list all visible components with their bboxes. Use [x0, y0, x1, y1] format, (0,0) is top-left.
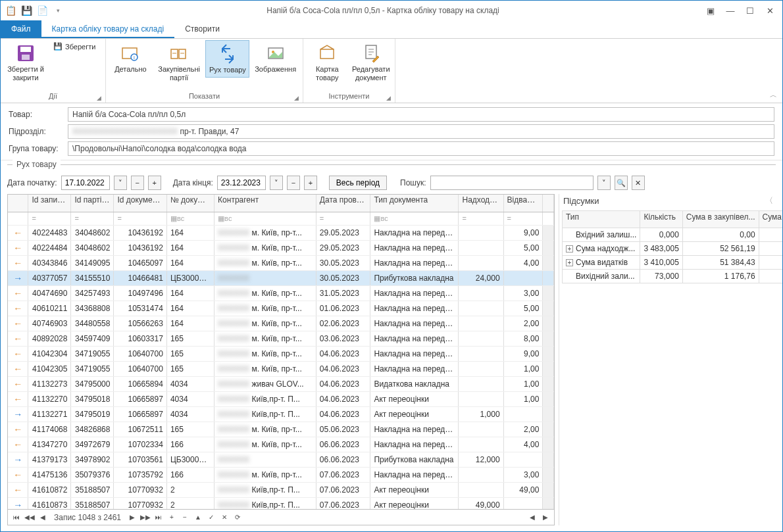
table-row[interactable]: ←408920283459740910603317165XXXXXX м. Ки…	[8, 331, 554, 346]
images-button[interactable]: Зображення	[251, 40, 300, 76]
table-row[interactable]: ←403438463414909510465097164XXXXXX м. Ки…	[8, 255, 554, 270]
tools-dialog-launcher-icon[interactable]: ◢	[386, 95, 391, 101]
window-minimize-icon[interactable]: —	[722, 3, 739, 18]
summary-row[interactable]: Вихідний зали...73,0001 176,763 285,00	[563, 270, 784, 283]
summary-collapse-icon[interactable]: 〈	[765, 195, 773, 206]
search-input[interactable]	[430, 176, 594, 190]
date-from-plus[interactable]: +	[148, 176, 161, 190]
table-row[interactable]: →403770573415551010466481ЦБ300087...XXXX…	[8, 270, 554, 285]
window-close-icon[interactable]: ✕	[761, 3, 778, 18]
nav-next-icon[interactable]: ▶	[126, 512, 138, 523]
table-row[interactable]: ←402244843404860210436192164XXXXXX м. Ки…	[8, 240, 554, 255]
nav-first-icon[interactable]: ⏮	[11, 512, 22, 523]
search-clear-icon[interactable]: ✕	[632, 176, 645, 190]
tab-file[interactable]: Файл	[1, 20, 41, 38]
summary-row[interactable]: +Сума надходж...3 483,00552 561,19134 36…	[563, 242, 784, 256]
col-date[interactable]: Дата проведення	[316, 195, 370, 212]
expander-icon[interactable]: +	[566, 245, 573, 253]
nav-edit-icon[interactable]: ▲	[192, 512, 204, 523]
ribbon-collapse-icon[interactable]: ︿	[770, 90, 777, 100]
images-label: Зображення	[255, 65, 296, 74]
date-from-input[interactable]	[61, 176, 110, 190]
expander-icon[interactable]: +	[566, 259, 573, 266]
grid-header-row: Id запису журналу... Id партії товару Id…	[8, 195, 554, 212]
nav-cancel-icon[interactable]: ✕	[218, 512, 230, 523]
batches-button[interactable]: Закупівельні партії	[154, 40, 205, 85]
qat-paste-icon[interactable]: 📋	[5, 5, 16, 16]
summary-row[interactable]: +Сума видатків3 410,00551 384,43131 077,…	[563, 256, 784, 270]
full-period-button[interactable]: Весь період	[329, 176, 387, 190]
table-row[interactable]: ←406102113436880810531474164XXXXXX м. Ки…	[8, 301, 554, 316]
search-dropdown[interactable]: ˅	[597, 176, 611, 190]
save-button[interactable]: 💾 Зберегти	[49, 40, 99, 53]
actions-dialog-launcher-icon[interactable]: ◢	[97, 95, 101, 101]
table-row[interactable]: →413791733497890210703561ЦБ300094...XXXX…	[8, 452, 554, 467]
table-row[interactable]: ←410423053471905510640700165XXXXXX м. Ки…	[8, 361, 554, 376]
qat-dropdown-icon[interactable]: ▾	[52, 5, 64, 16]
product-field[interactable]: Напій б/а Coca-Cola пл/пл 0,5л	[68, 107, 774, 122]
col-id-batch[interactable]: Id партії товару	[71, 195, 114, 212]
qat-refresh-icon[interactable]: 📄	[36, 5, 48, 16]
table-row[interactable]: ←413472703497267910702334166XXXXXX м. Ки…	[8, 437, 554, 452]
nav-add-icon[interactable]: +	[166, 512, 178, 523]
qat-save-icon[interactable]: 💾	[20, 5, 32, 16]
direction-icon: ←	[8, 422, 28, 437]
summary-col-retail[interactable]: Сума в роздрібних...	[759, 211, 783, 228]
group-field[interactable]: \Продовольчі\Напої\солодка вода\солодка …	[68, 141, 774, 156]
summary-col-qty[interactable]: Кількість	[640, 211, 682, 228]
date-to-minus[interactable]: −	[287, 176, 300, 190]
nav-refresh-icon[interactable]: ⟳	[232, 512, 243, 523]
movement-button[interactable]: Рух товару	[205, 40, 249, 78]
tab-card[interactable]: Картка обліку товару на складі	[41, 20, 175, 38]
table-row[interactable]: ←404746903425749310497496164XXXXXX м. Ки…	[8, 285, 554, 301]
window-pin-icon[interactable]: ▣	[702, 3, 719, 18]
table-row[interactable]: ←414751363507937610735792166XXXXXX м. Ки…	[8, 467, 554, 482]
nav-next-page-icon[interactable]: ▶▶	[139, 512, 151, 523]
table-row[interactable]: ←4113227334795000106658944034XXXXXX жива…	[8, 376, 554, 391]
summary-col-buy[interactable]: Сума в закупівел...	[682, 211, 759, 228]
edit-document-button[interactable]: Редагувати документ	[350, 40, 393, 85]
nav-last-icon[interactable]: ⏭	[153, 512, 164, 523]
table-row[interactable]: ←411740683482686810672511165XXXXXX м. Ки…	[8, 422, 554, 437]
date-to-input[interactable]	[217, 176, 266, 190]
detail-button[interactable]: i Детально	[109, 40, 153, 76]
hscroll-left-icon[interactable]: ◀	[526, 512, 538, 523]
summary-col-type[interactable]: Тип	[563, 211, 640, 228]
table-row[interactable]: ←407469033448055810566263164XXXXXX м. Ки…	[8, 316, 554, 331]
summary-table[interactable]: Тип Кількість Сума в закупівел... Сума в…	[562, 210, 783, 283]
movement-grid[interactable]: Id запису журналу... Id партії товару Id…	[8, 195, 554, 509]
table-row[interactable]: ←4161087235188507107709322XXXXXX Київ,пр…	[8, 482, 554, 497]
col-id-doc[interactable]: Id документа ▴	[114, 195, 166, 212]
date-from-dropdown[interactable]: ˅	[114, 176, 127, 190]
window-maximize-icon[interactable]: ☐	[742, 3, 759, 18]
hscroll-right-icon[interactable]: ▶	[540, 512, 551, 523]
nav-remove-icon[interactable]: −	[179, 512, 191, 523]
nav-prev-icon[interactable]: ◀	[37, 512, 49, 523]
date-to-plus[interactable]: +	[304, 176, 317, 190]
col-counterparty[interactable]: Контрагент	[215, 195, 316, 212]
col-n-doc[interactable]: № документа	[166, 195, 214, 212]
table-row[interactable]: ←410423043471905510640700165XXXXXX м. Ки…	[8, 346, 554, 361]
date-to-dropdown[interactable]: ˅	[270, 176, 283, 190]
nav-prev-page-icon[interactable]: ◀◀	[24, 512, 36, 523]
col-outcome[interactable]: Відвантаження	[503, 195, 543, 212]
product-card-button[interactable]: Картка товару	[306, 40, 349, 85]
show-dialog-launcher-icon[interactable]: ◢	[294, 95, 299, 101]
table-row[interactable]: →4113227134795019106658974034XXXXXX Київ…	[8, 406, 554, 422]
col-id-journal[interactable]: Id запису журналу...	[28, 195, 71, 212]
save-and-close-button[interactable]: Зберегти й закрити	[3, 40, 48, 85]
grid-filter-row[interactable]: = = = ▦вc ▦вc = ▦вc = =	[8, 212, 554, 225]
date-from-minus[interactable]: −	[131, 176, 144, 190]
department-field[interactable]: XXXXXXXXXXXXXXXXXXXX пр-т. Правди, 47	[68, 124, 774, 139]
col-income[interactable]: Надходження	[459, 195, 503, 212]
table-row[interactable]: ←402244833404860210436192164XXXXXX м. Ки…	[8, 225, 554, 240]
summary-row[interactable]: Вхідний залиш...0,0000,000,00	[563, 228, 784, 242]
save-close-label: Зберегти й закрити	[5, 65, 47, 82]
col-doc-type[interactable]: Тип документа	[370, 195, 459, 212]
date-to-label: Дата кінця:	[173, 178, 213, 187]
tab-create[interactable]: Створити	[174, 20, 230, 38]
nav-commit-icon[interactable]: ✓	[205, 512, 217, 523]
table-row[interactable]: ←4113227034795018106658974034XXXXXX Київ…	[8, 391, 554, 406]
table-row[interactable]: →4161087335188507107709322XXXXXX Київ,пр…	[8, 497, 554, 509]
search-find-icon[interactable]: 🔍	[615, 176, 628, 190]
